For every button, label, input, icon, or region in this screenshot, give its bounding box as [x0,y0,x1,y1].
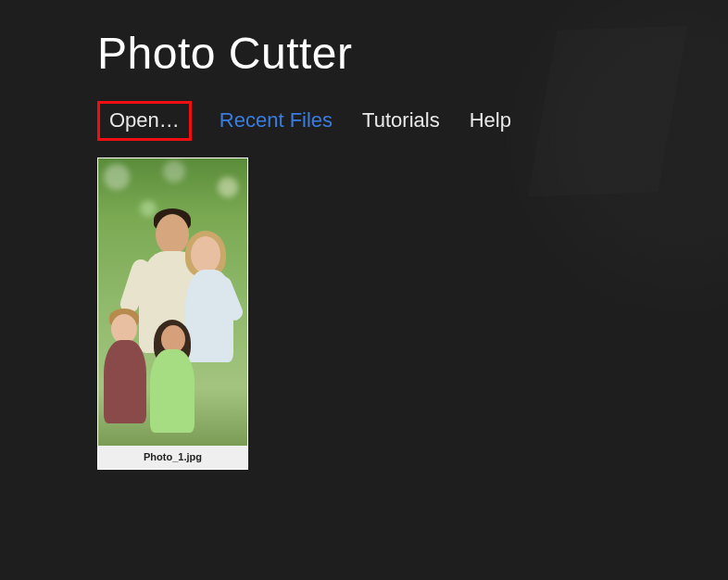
thumbnail-image [98,158,247,446]
nav-tutorials[interactable]: Tutorials [360,104,442,138]
nav-recent-files[interactable]: Recent Files [218,104,334,138]
nav-bar: Open… Recent Files Tutorials Help [97,101,728,141]
app-title: Photo Cutter [97,28,728,79]
thumbnail-item[interactable]: Photo_1.jpg [97,158,248,470]
main-content: Photo Cutter Open… Recent Files Tutorial… [0,0,728,470]
thumbnail-filename: Photo_1.jpg [98,446,247,469]
nav-open[interactable]: Open… [97,101,192,141]
nav-help[interactable]: Help [468,104,513,138]
thumbnail-row: Photo_1.jpg [97,158,728,470]
